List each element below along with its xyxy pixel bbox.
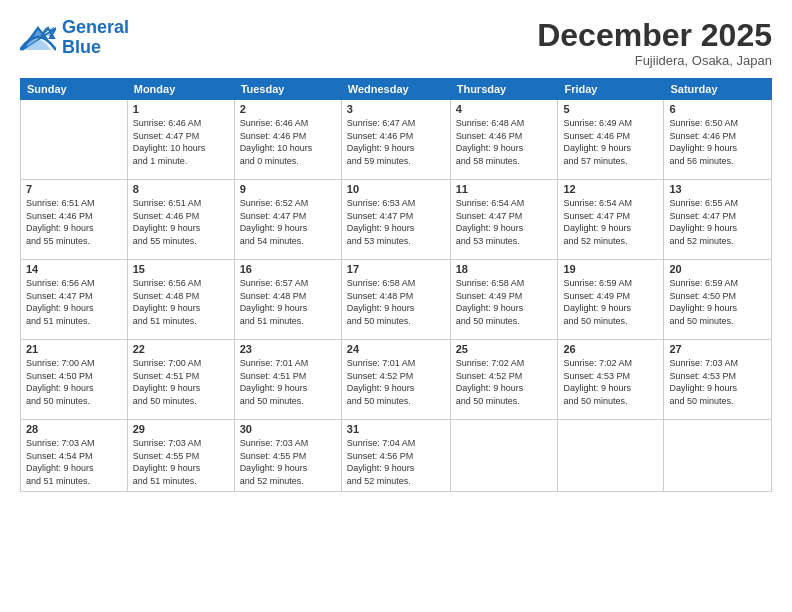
logo: General Blue xyxy=(20,18,129,58)
day-info: Sunrise: 6:48 AM Sunset: 4:46 PM Dayligh… xyxy=(456,117,553,167)
calendar-cell: 20Sunrise: 6:59 AM Sunset: 4:50 PM Dayli… xyxy=(664,260,772,340)
day-info: Sunrise: 7:03 AM Sunset: 4:55 PM Dayligh… xyxy=(240,437,336,487)
week-row-5: 28Sunrise: 7:03 AM Sunset: 4:54 PM Dayli… xyxy=(21,420,772,491)
logo-icon xyxy=(20,24,56,52)
day-info: Sunrise: 6:59 AM Sunset: 4:50 PM Dayligh… xyxy=(669,277,766,327)
calendar-cell: 2Sunrise: 6:46 AM Sunset: 4:46 PM Daylig… xyxy=(234,100,341,180)
day-info: Sunrise: 6:52 AM Sunset: 4:47 PM Dayligh… xyxy=(240,197,336,247)
weekday-header-tuesday: Tuesday xyxy=(234,79,341,100)
title-block: December 2025 Fujiidera, Osaka, Japan xyxy=(537,18,772,68)
calendar-cell xyxy=(558,420,664,491)
day-info: Sunrise: 6:57 AM Sunset: 4:48 PM Dayligh… xyxy=(240,277,336,327)
logo-text: General Blue xyxy=(62,18,129,58)
day-info: Sunrise: 6:46 AM Sunset: 4:47 PM Dayligh… xyxy=(133,117,229,167)
day-number: 3 xyxy=(347,103,445,115)
day-number: 2 xyxy=(240,103,336,115)
calendar-table: SundayMondayTuesdayWednesdayThursdayFrid… xyxy=(20,78,772,491)
calendar-cell: 10Sunrise: 6:53 AM Sunset: 4:47 PM Dayli… xyxy=(341,180,450,260)
calendar-cell: 4Sunrise: 6:48 AM Sunset: 4:46 PM Daylig… xyxy=(450,100,558,180)
day-number: 19 xyxy=(563,263,658,275)
day-number: 10 xyxy=(347,183,445,195)
day-number: 31 xyxy=(347,423,445,435)
day-info: Sunrise: 6:58 AM Sunset: 4:49 PM Dayligh… xyxy=(456,277,553,327)
calendar-cell: 11Sunrise: 6:54 AM Sunset: 4:47 PM Dayli… xyxy=(450,180,558,260)
day-info: Sunrise: 6:58 AM Sunset: 4:48 PM Dayligh… xyxy=(347,277,445,327)
day-number: 5 xyxy=(563,103,658,115)
day-info: Sunrise: 7:03 AM Sunset: 4:53 PM Dayligh… xyxy=(669,357,766,407)
weekday-header-row: SundayMondayTuesdayWednesdayThursdayFrid… xyxy=(21,79,772,100)
logo-blue: Blue xyxy=(62,37,101,57)
weekday-header-monday: Monday xyxy=(127,79,234,100)
day-number: 13 xyxy=(669,183,766,195)
month-title: December 2025 xyxy=(537,18,772,53)
weekday-header-wednesday: Wednesday xyxy=(341,79,450,100)
calendar-cell: 8Sunrise: 6:51 AM Sunset: 4:46 PM Daylig… xyxy=(127,180,234,260)
day-number: 23 xyxy=(240,343,336,355)
calendar-cell xyxy=(21,100,128,180)
day-info: Sunrise: 6:55 AM Sunset: 4:47 PM Dayligh… xyxy=(669,197,766,247)
page: General Blue December 2025 Fujiidera, Os… xyxy=(0,0,792,612)
day-number: 16 xyxy=(240,263,336,275)
calendar-cell: 13Sunrise: 6:55 AM Sunset: 4:47 PM Dayli… xyxy=(664,180,772,260)
day-number: 14 xyxy=(26,263,122,275)
day-number: 4 xyxy=(456,103,553,115)
day-number: 7 xyxy=(26,183,122,195)
day-info: Sunrise: 7:02 AM Sunset: 4:52 PM Dayligh… xyxy=(456,357,553,407)
calendar-cell xyxy=(664,420,772,491)
calendar-cell: 24Sunrise: 7:01 AM Sunset: 4:52 PM Dayli… xyxy=(341,340,450,420)
day-number: 28 xyxy=(26,423,122,435)
day-number: 18 xyxy=(456,263,553,275)
calendar-cell xyxy=(450,420,558,491)
calendar-cell: 15Sunrise: 6:56 AM Sunset: 4:48 PM Dayli… xyxy=(127,260,234,340)
weekday-header-saturday: Saturday xyxy=(664,79,772,100)
calendar-cell: 5Sunrise: 6:49 AM Sunset: 4:46 PM Daylig… xyxy=(558,100,664,180)
day-number: 22 xyxy=(133,343,229,355)
calendar-cell: 12Sunrise: 6:54 AM Sunset: 4:47 PM Dayli… xyxy=(558,180,664,260)
day-number: 6 xyxy=(669,103,766,115)
day-number: 9 xyxy=(240,183,336,195)
day-info: Sunrise: 6:50 AM Sunset: 4:46 PM Dayligh… xyxy=(669,117,766,167)
day-info: Sunrise: 6:51 AM Sunset: 4:46 PM Dayligh… xyxy=(26,197,122,247)
calendar-cell: 19Sunrise: 6:59 AM Sunset: 4:49 PM Dayli… xyxy=(558,260,664,340)
week-row-4: 21Sunrise: 7:00 AM Sunset: 4:50 PM Dayli… xyxy=(21,340,772,420)
day-info: Sunrise: 6:51 AM Sunset: 4:46 PM Dayligh… xyxy=(133,197,229,247)
calendar-cell: 27Sunrise: 7:03 AM Sunset: 4:53 PM Dayli… xyxy=(664,340,772,420)
calendar-cell: 26Sunrise: 7:02 AM Sunset: 4:53 PM Dayli… xyxy=(558,340,664,420)
location: Fujiidera, Osaka, Japan xyxy=(537,53,772,68)
calendar-cell: 1Sunrise: 6:46 AM Sunset: 4:47 PM Daylig… xyxy=(127,100,234,180)
week-row-2: 7Sunrise: 6:51 AM Sunset: 4:46 PM Daylig… xyxy=(21,180,772,260)
day-info: Sunrise: 6:59 AM Sunset: 4:49 PM Dayligh… xyxy=(563,277,658,327)
day-number: 25 xyxy=(456,343,553,355)
day-number: 27 xyxy=(669,343,766,355)
week-row-1: 1Sunrise: 6:46 AM Sunset: 4:47 PM Daylig… xyxy=(21,100,772,180)
day-info: Sunrise: 6:56 AM Sunset: 4:48 PM Dayligh… xyxy=(133,277,229,327)
day-number: 1 xyxy=(133,103,229,115)
day-info: Sunrise: 7:00 AM Sunset: 4:50 PM Dayligh… xyxy=(26,357,122,407)
day-info: Sunrise: 6:56 AM Sunset: 4:47 PM Dayligh… xyxy=(26,277,122,327)
day-number: 20 xyxy=(669,263,766,275)
weekday-header-sunday: Sunday xyxy=(21,79,128,100)
calendar-cell: 22Sunrise: 7:00 AM Sunset: 4:51 PM Dayli… xyxy=(127,340,234,420)
calendar-cell: 18Sunrise: 6:58 AM Sunset: 4:49 PM Dayli… xyxy=(450,260,558,340)
day-info: Sunrise: 7:04 AM Sunset: 4:56 PM Dayligh… xyxy=(347,437,445,487)
calendar-cell: 6Sunrise: 6:50 AM Sunset: 4:46 PM Daylig… xyxy=(664,100,772,180)
logo-general: General xyxy=(62,17,129,37)
weekday-header-thursday: Thursday xyxy=(450,79,558,100)
calendar-cell: 7Sunrise: 6:51 AM Sunset: 4:46 PM Daylig… xyxy=(21,180,128,260)
day-info: Sunrise: 6:47 AM Sunset: 4:46 PM Dayligh… xyxy=(347,117,445,167)
calendar-cell: 28Sunrise: 7:03 AM Sunset: 4:54 PM Dayli… xyxy=(21,420,128,491)
day-number: 17 xyxy=(347,263,445,275)
day-number: 21 xyxy=(26,343,122,355)
day-info: Sunrise: 7:03 AM Sunset: 4:54 PM Dayligh… xyxy=(26,437,122,487)
calendar-cell: 3Sunrise: 6:47 AM Sunset: 4:46 PM Daylig… xyxy=(341,100,450,180)
day-number: 29 xyxy=(133,423,229,435)
day-info: Sunrise: 7:01 AM Sunset: 4:52 PM Dayligh… xyxy=(347,357,445,407)
calendar-cell: 21Sunrise: 7:00 AM Sunset: 4:50 PM Dayli… xyxy=(21,340,128,420)
day-info: Sunrise: 7:00 AM Sunset: 4:51 PM Dayligh… xyxy=(133,357,229,407)
day-number: 15 xyxy=(133,263,229,275)
calendar-cell: 30Sunrise: 7:03 AM Sunset: 4:55 PM Dayli… xyxy=(234,420,341,491)
weekday-header-friday: Friday xyxy=(558,79,664,100)
day-number: 24 xyxy=(347,343,445,355)
calendar-cell: 17Sunrise: 6:58 AM Sunset: 4:48 PM Dayli… xyxy=(341,260,450,340)
week-row-3: 14Sunrise: 6:56 AM Sunset: 4:47 PM Dayli… xyxy=(21,260,772,340)
